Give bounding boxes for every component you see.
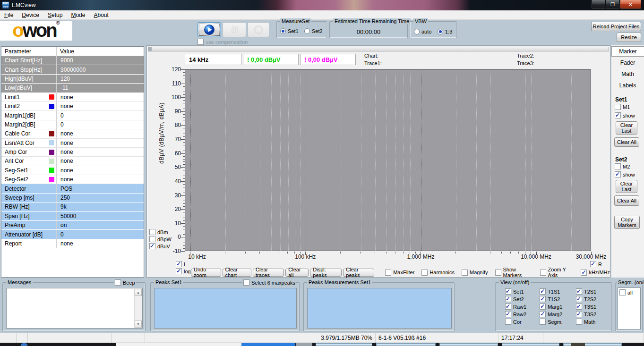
view-raw1-checkbox[interactable]: Raw1 xyxy=(505,304,526,310)
table-row[interactable]: Seg-Set1none xyxy=(1,166,144,175)
table-row[interactable]: Amp Cornone xyxy=(1,148,144,157)
table-row[interactable]: Limit1none xyxy=(1,93,144,102)
segm-all-checkbox[interactable]: all xyxy=(619,289,633,295)
table-row[interactable]: Chart Start[Hz]9000 xyxy=(1,56,144,65)
view-marg1-checkbox[interactable]: Marg1 xyxy=(540,304,563,310)
table-row[interactable]: RBW [Hz]9k xyxy=(1,203,144,211)
tab-fader[interactable]: Fader xyxy=(611,58,644,68)
taskbar-window-fragment[interactable] xyxy=(316,343,372,346)
select-6-maxpeaks-checkbox[interactable]: Select 6 maxpeaks xyxy=(242,279,296,286)
table-row[interactable]: Limit2none xyxy=(1,102,144,111)
view-set1-checkbox[interactable]: Set1 xyxy=(505,288,526,295)
taskbar-window-fragment[interactable] xyxy=(502,343,559,346)
maximize-button[interactable]: ❐ xyxy=(606,0,619,9)
view-segm-checkbox[interactable]: Segm. xyxy=(540,319,563,325)
set1-show-checkbox[interactable]: show xyxy=(615,112,635,118)
dbuv-unit-checkbox[interactable]: dBuV xyxy=(149,243,172,249)
view-math-checkbox[interactable]: Math xyxy=(576,319,596,325)
table-row[interactable]: Margin1[dB]0 xyxy=(1,111,144,120)
tab-math[interactable]: Math xyxy=(611,69,644,79)
reload-project-files-button[interactable]: Reload Project Files xyxy=(591,22,641,31)
show-markers-checkbox[interactable]: Show Markers xyxy=(495,267,533,278)
tab-labels[interactable]: Labels xyxy=(611,80,644,91)
table-row[interactable]: Ant Cornone xyxy=(1,157,144,166)
view-t3s1-checkbox[interactable]: T3S1 xyxy=(576,304,596,310)
beep-checkbox[interactable]: Beep xyxy=(114,279,136,286)
dbpw-unit-checkbox[interactable]: dBpW xyxy=(149,236,172,242)
table-row[interactable]: PreAmpon xyxy=(1,221,144,230)
minimize-button[interactable]: — xyxy=(592,0,605,9)
view-t3s2-checkbox[interactable]: T3S2 xyxy=(576,311,596,317)
plot-area[interactable] xyxy=(185,69,591,251)
start-measure-button[interactable] xyxy=(197,22,221,37)
khz-mhz-checkbox[interactable]: kHz/MHz xyxy=(581,270,610,276)
segm-listbox[interactable]: all xyxy=(618,287,641,329)
set1-clear-all-button[interactable]: Clear All xyxy=(614,137,639,147)
set1-clear-last-button[interactable]: Clear Last xyxy=(616,121,637,135)
table-row[interactable]: Chart Stop[Hz]30000000 xyxy=(1,65,144,74)
clear-all-button[interactable]: Clear all xyxy=(285,269,309,277)
magnify-checkbox[interactable]: Magnify xyxy=(462,270,488,276)
marker-frequency-readout[interactable]: 14 kHz xyxy=(185,54,241,65)
menu-file[interactable]: File xyxy=(0,11,17,19)
view-t1s2-checkbox[interactable]: T1S2 xyxy=(540,296,563,302)
taskbar-button-fragment[interactable] xyxy=(241,343,295,346)
radio-set2[interactable]: Set2 xyxy=(304,28,323,34)
taskbar-button-fragment[interactable] xyxy=(296,343,312,346)
table-row[interactable]: Sweep [ms]250 xyxy=(1,194,144,203)
table-row[interactable]: Low[dBuV]-11 xyxy=(1,84,144,93)
maxfilter-checkbox[interactable]: MaxFilter xyxy=(385,270,414,276)
dbm-unit-checkbox[interactable]: dBm xyxy=(149,229,172,235)
messages-scrollbar[interactable]: ▲ ▼ xyxy=(134,289,142,328)
view-raw2-checkbox[interactable]: Raw2 xyxy=(505,311,526,317)
use-compensation-checkbox[interactable]: use compensation xyxy=(197,39,248,45)
table-row[interactable]: Lisn/Att Cornone xyxy=(1,139,144,148)
radio-vbw-auto[interactable]: auto xyxy=(414,29,431,34)
table-row[interactable]: Seg-Set2none xyxy=(1,175,144,184)
radio-vbw-13[interactable]: 1:3 xyxy=(438,29,452,34)
undo-zoom-button[interactable]: Undo zoom xyxy=(191,269,221,277)
set2-show-checkbox[interactable]: show xyxy=(615,171,635,177)
view-cor-checkbox[interactable]: Cor xyxy=(505,319,526,325)
table-row[interactable]: Cable Cornone xyxy=(1,129,144,138)
table-row[interactable]: Attenuator [dB]0 xyxy=(1,230,144,239)
scroll-down-icon[interactable]: ▼ xyxy=(135,321,142,328)
set2-clear-last-button[interactable]: Clear Last xyxy=(616,180,637,193)
menu-setup[interactable]: Setup xyxy=(43,11,67,19)
taskbar-window-fragment[interactable] xyxy=(439,343,498,346)
peaks-set1-listbox[interactable] xyxy=(154,288,297,329)
table-row[interactable]: Span [Hz]50000 xyxy=(1,212,144,221)
messages-listbox[interactable]: ▲ ▼ xyxy=(6,288,143,329)
menu-about[interactable]: About xyxy=(89,11,112,19)
table-row[interactable]: High[dBuV]120 xyxy=(1,75,144,84)
view-marg2-checkbox[interactable]: Marg2 xyxy=(540,311,563,317)
view-t2s1-checkbox[interactable]: T2S1 xyxy=(576,288,596,295)
set2-clear-all-button[interactable]: Clear All xyxy=(614,195,639,206)
clear-peaks-button[interactable]: Clear peaks xyxy=(343,269,374,277)
close-button[interactable]: ✕ xyxy=(620,0,641,9)
resize-button[interactable]: Resize xyxy=(617,33,641,42)
radio-set1[interactable]: Set1 xyxy=(280,28,299,34)
view-set2-checkbox[interactable]: Set2 xyxy=(505,296,526,302)
peaks-measurements-listbox[interactable] xyxy=(307,288,452,329)
copy-markers-button[interactable]: Copy Markers xyxy=(614,216,640,229)
table-row[interactable]: Margin2[dB]0 xyxy=(1,120,144,129)
displ-peaks-button[interactable]: Displ. peaks xyxy=(310,269,342,277)
table-row[interactable]: Reportnone xyxy=(1,239,144,248)
scroll-up-icon[interactable]: ▲ xyxy=(135,289,142,296)
menu-device[interactable]: Device xyxy=(17,11,43,19)
start-orb-fragment[interactable] xyxy=(21,343,27,346)
left-axis-checkbox[interactable]: L xyxy=(176,261,187,267)
table-row[interactable]: DetectorPOS xyxy=(1,184,144,193)
menu-mode[interactable]: Mode xyxy=(67,11,89,19)
set1-m1-checkbox[interactable]: M1 xyxy=(615,104,630,110)
view-t2s2-checkbox[interactable]: T2S2 xyxy=(576,296,596,302)
taskbar-window-fragment[interactable] xyxy=(376,343,436,346)
view-t1s1-checkbox[interactable]: T1S1 xyxy=(540,288,563,295)
taskbar-search-fragment[interactable] xyxy=(116,343,241,346)
zoom-y-axis-checkbox[interactable]: Zoom Y Axis xyxy=(540,267,574,278)
clear-traces-button[interactable]: Clear traces xyxy=(253,269,284,277)
set2-m2-checkbox[interactable]: M2 xyxy=(615,163,630,169)
harmonics-checkbox[interactable]: Harmonics xyxy=(421,270,455,276)
tab-marker[interactable]: Marker xyxy=(611,46,644,57)
